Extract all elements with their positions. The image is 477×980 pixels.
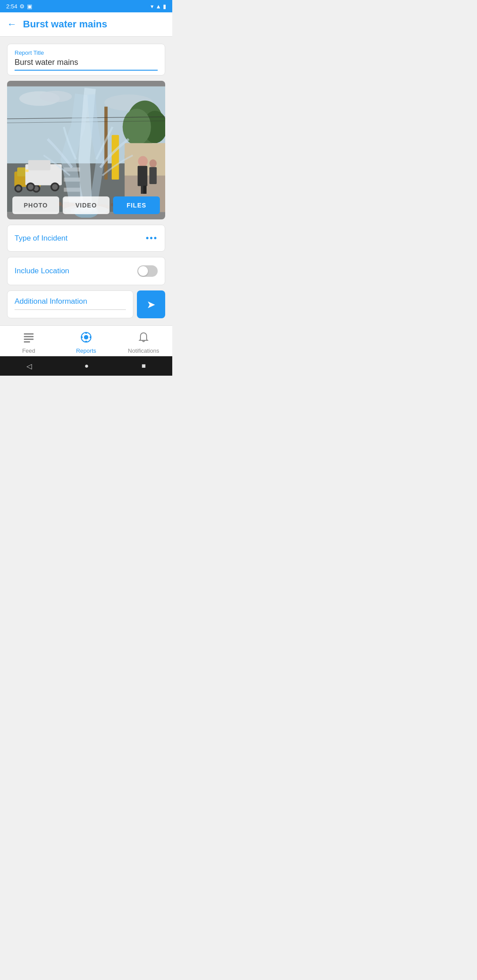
nav-label-feed: Feed — [22, 347, 35, 354]
svg-rect-36 — [149, 167, 157, 184]
nav-label-reports: Reports — [76, 347, 96, 354]
back-button[interactable]: ← — [7, 19, 17, 30]
svg-rect-45 — [24, 339, 34, 340]
svg-rect-32 — [138, 166, 148, 186]
toggle-thumb — [138, 266, 148, 276]
svg-rect-46 — [24, 341, 30, 343]
incident-type-card[interactable]: Type of Incident ••• — [7, 225, 165, 252]
feed-icon — [23, 332, 34, 346]
send-button[interactable]: ➤ — [137, 290, 165, 318]
svg-rect-43 — [24, 333, 34, 335]
svg-rect-52 — [90, 336, 91, 338]
more-options-icon: ••• — [146, 233, 158, 243]
content-area: Report Title Burst water mains — [0, 37, 172, 325]
video-button[interactable]: VIDEO — [63, 196, 110, 214]
wifi-icon: ▾ — [151, 3, 154, 10]
nav-item-notifications[interactable]: Notifications — [115, 326, 172, 356]
additional-info-input[interactable] — [15, 297, 126, 310]
sim-icon: ▣ — [27, 3, 32, 10]
send-icon: ➤ — [147, 298, 155, 311]
include-location-label: Include Location — [15, 267, 69, 275]
status-bar: 2:54 ⚙ ▣ ▾ ▲ ▮ — [0, 0, 172, 12]
svg-point-2 — [39, 91, 72, 102]
location-toggle[interactable] — [137, 265, 158, 277]
svg-rect-34 — [143, 186, 146, 194]
svg-point-29 — [52, 184, 58, 190]
nav-label-notifications: Notifications — [128, 347, 159, 354]
nav-item-feed[interactable]: Feed — [0, 326, 57, 356]
header: ← Burst water mains — [0, 12, 172, 37]
svg-rect-44 — [24, 336, 34, 337]
android-back-button[interactable]: ◁ — [26, 362, 32, 370]
android-nav-bar: ◁ ● ■ — [0, 356, 172, 376]
svg-rect-30 — [25, 170, 28, 172]
settings-icon: ⚙ — [19, 3, 25, 10]
media-buttons: PHOTO VIDEO FILES — [12, 196, 160, 214]
signal-icon: ▲ — [155, 3, 161, 10]
photo-button[interactable]: PHOTO — [12, 196, 59, 214]
svg-point-31 — [138, 156, 148, 167]
svg-point-28 — [28, 184, 34, 190]
reports-icon — [80, 332, 92, 346]
page-title: Burst water mains — [23, 19, 107, 30]
image-container: PHOTO VIDEO FILES — [7, 81, 165, 219]
incident-type-label: Type of Incident — [15, 234, 68, 243]
additional-info-card — [7, 290, 133, 318]
report-title-label: Report Title — [15, 49, 158, 56]
svg-point-22 — [16, 186, 21, 191]
report-title-value[interactable]: Burst water mains — [15, 58, 158, 71]
svg-point-35 — [149, 159, 157, 167]
files-button[interactable]: FILES — [113, 196, 160, 214]
svg-rect-25 — [28, 160, 50, 170]
nav-item-reports[interactable]: Reports — [57, 326, 115, 356]
svg-rect-16 — [112, 135, 119, 180]
svg-rect-51 — [81, 336, 83, 338]
battery-icon: ▮ — [163, 3, 166, 10]
status-time: 2:54 — [6, 3, 17, 10]
android-recent-button[interactable]: ■ — [142, 362, 146, 370]
notifications-icon — [138, 332, 149, 346]
report-title-card: Report Title Burst water mains — [7, 44, 165, 75]
include-location-card: Include Location — [7, 257, 165, 285]
additional-info-row: ➤ — [7, 290, 165, 318]
svg-rect-50 — [85, 341, 87, 342]
svg-point-48 — [84, 335, 88, 339]
bottom-navigation: Feed Reports Notifications — [0, 325, 172, 356]
svg-rect-49 — [85, 332, 87, 334]
android-home-button[interactable]: ● — [84, 362, 89, 370]
